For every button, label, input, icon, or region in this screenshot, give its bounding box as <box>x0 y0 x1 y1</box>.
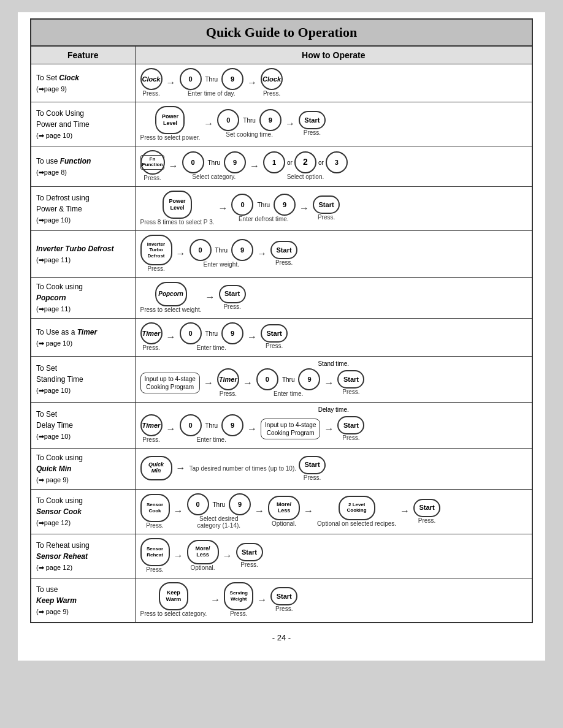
op-cell: Stand time. Input up to 4-stageCooking P… <box>135 357 532 403</box>
feature-label: Clock <box>59 74 79 82</box>
op-cell: Delay time. Timer Press. → 0 Thru 9 <box>135 403 532 449</box>
op-unit: 0 Thru 9 Set cooking time. <box>217 109 282 138</box>
op-cell: Popcorn Press to select weight. → Start … <box>135 278 532 319</box>
op-unit: SensorReheat Press. <box>140 538 170 573</box>
thru-text: Thru <box>256 202 271 208</box>
op-unit: PowerLevel Press to select power. <box>140 106 201 141</box>
table-row: To Cook usingSensor Cook (➡page 12) Sens… <box>31 490 532 534</box>
op-cell: QuickMin → Tap desired number of times (… <box>135 449 532 490</box>
op-label: Enter weight. <box>204 261 239 268</box>
op-label: Press. <box>275 259 293 266</box>
clock-button: Clock <box>140 68 163 90</box>
keep-warm-button: KeepWarm <box>159 582 188 610</box>
table-row: To Defrost usingPower & Time (➡page 10) … <box>31 187 532 231</box>
feature-cell: To Use as a Timer (➡ page 10) <box>31 319 135 357</box>
op-row: FnFunction Press. → 0 Thru 9 Select cate… <box>140 150 527 181</box>
serving-weight-button: ServingWeight <box>224 582 253 610</box>
arrow-icon: → <box>298 203 310 214</box>
op-unit: 2 LevelCooking Optional on selected reci… <box>317 496 396 527</box>
feature-label: Quick Min <box>36 464 71 473</box>
timer-button: Timer <box>140 322 163 344</box>
op-unit: Clock Press. <box>261 68 283 97</box>
op-unit: Clock Press. <box>140 68 163 97</box>
feature-cell: To Cook usingSensor Cook (➡page 12) <box>31 490 135 534</box>
op-label: Press. <box>342 434 359 441</box>
op-row: QuickMin → Tap desired number of times (… <box>140 456 527 481</box>
zero-button: 0 <box>180 68 202 90</box>
quick-min-button: QuickMin <box>140 456 172 480</box>
op-label: Press. <box>263 90 280 97</box>
function-button: FnFunction <box>140 150 165 175</box>
op-label: Enter time. <box>197 344 226 351</box>
header-feature: Feature <box>31 46 135 64</box>
arrow-icon: → <box>221 550 234 561</box>
sensor-reheat-button: SensorReheat <box>140 538 170 566</box>
op-cell: SensorCook Press. → 0 Thru 9 Select desi… <box>135 490 532 534</box>
arrow-icon: → <box>256 594 268 605</box>
op-unit: Start Press. <box>299 456 326 481</box>
op-label: Press. <box>240 561 258 568</box>
nine-button: 9 <box>229 493 251 515</box>
arrow-icon: → <box>246 332 258 343</box>
feature-cell: To Cook usingQuick Min (➡ page 9) <box>31 449 135 490</box>
op-row: Input up to 4-stageCooking Program → Tim… <box>140 368 527 397</box>
op-label: Press. <box>304 129 321 136</box>
arrow-icon: → <box>175 463 187 474</box>
zero-button: 0 <box>180 414 202 436</box>
op-unit: 0 Thru 9 Enter time. <box>180 322 244 351</box>
arrow-icon: → <box>165 77 177 88</box>
op-label: Press. <box>142 344 159 351</box>
zero-button: 0 <box>180 322 202 344</box>
op-label: Press to select category. <box>140 610 207 617</box>
table-row: To use Function (➡page 8) FnFunction Pre… <box>31 146 532 187</box>
op-unit: 1 or 2 or 3 Select option. <box>263 151 348 180</box>
op-row: Popcorn Press to select weight. → Start … <box>140 282 527 313</box>
op-label: Optional. <box>190 564 215 571</box>
feature-cell: To use Function (➡page 8) <box>31 146 135 187</box>
op-unit: 0 Thru 9 Enter time. <box>256 368 321 397</box>
feature-label: Popcorn <box>36 294 66 302</box>
op-unit: InverterTurboDefrost Press. <box>140 235 172 272</box>
table-row: To SetDelay Time (➡page 10) Delay time. … <box>31 403 532 449</box>
feature-cell: To Set Clock (➡page 9) <box>31 64 135 102</box>
or-text: or <box>318 159 324 166</box>
op-unit: 0 Thru 9 Enter time of day. <box>180 68 244 97</box>
op-cell: InverterTurboDefrost Press. → 0 Thru 9 E… <box>135 231 532 278</box>
feature-label: Sensor Reheat <box>36 552 88 561</box>
op-label: Press. <box>147 265 164 272</box>
nine-button: 9 <box>259 109 282 131</box>
page-ref: (➡page 12) <box>36 519 71 526</box>
feature-cell: To Reheat usingSensor Reheat (➡ page 12) <box>31 534 135 578</box>
op-cell: SensorReheat Press. → More/Less Optional… <box>135 534 532 578</box>
op-label: Press. <box>223 303 240 310</box>
op-label: Press. <box>342 389 359 395</box>
op-unit: Input up to 4-stageCooking Program <box>140 373 200 393</box>
arrow-icon: → <box>165 423 177 434</box>
op-label: Press. <box>275 605 293 612</box>
feature-cell: To Cook usingPopcorn (➡page 11) <box>31 278 135 319</box>
op-label: Optional on selected recipes. <box>317 520 396 527</box>
op-label: Enter time. <box>274 390 303 397</box>
header-how: How to Operate <box>135 46 532 64</box>
op-label: Press. <box>144 175 161 181</box>
page-ref: (➡ page 10) <box>36 339 72 347</box>
op-unit: Start Press. <box>337 370 364 395</box>
thru-text: Thru <box>204 330 220 337</box>
arrow-icon: → <box>323 423 335 434</box>
op-unit: Start Press. <box>270 241 297 266</box>
op-unit: Popcorn Press to select weight. <box>140 282 202 313</box>
op-unit: Timer Press. <box>217 368 239 397</box>
op-row: KeepWarm Press to select category. → Ser… <box>140 582 527 617</box>
op-label: Set cooking time. <box>226 131 273 138</box>
op-row: Timer Press. → 0 Thru 9 Enter time. <box>140 414 527 443</box>
op-row: Timer Press. → 0 Thru 9 Enter time. <box>140 322 527 351</box>
table-row: To Cook usingPopcorn (➡page 11) Popcorn … <box>31 278 532 319</box>
op-unit: Start Press. <box>413 499 440 524</box>
arrow-icon: → <box>172 506 185 517</box>
op-label: Enter defrost time. <box>239 216 289 222</box>
op-cell: Timer Press. → 0 Thru 9 Enter time. <box>135 319 532 357</box>
op-unit: QuickMin <box>140 456 172 480</box>
page-ref: (➡page 10) <box>36 216 71 224</box>
op-row: PowerLevel Press to select power. → 0 Th… <box>140 106 527 141</box>
table-row: To Set Clock (➡page 9) Clock Press. → 0 <box>31 64 532 102</box>
